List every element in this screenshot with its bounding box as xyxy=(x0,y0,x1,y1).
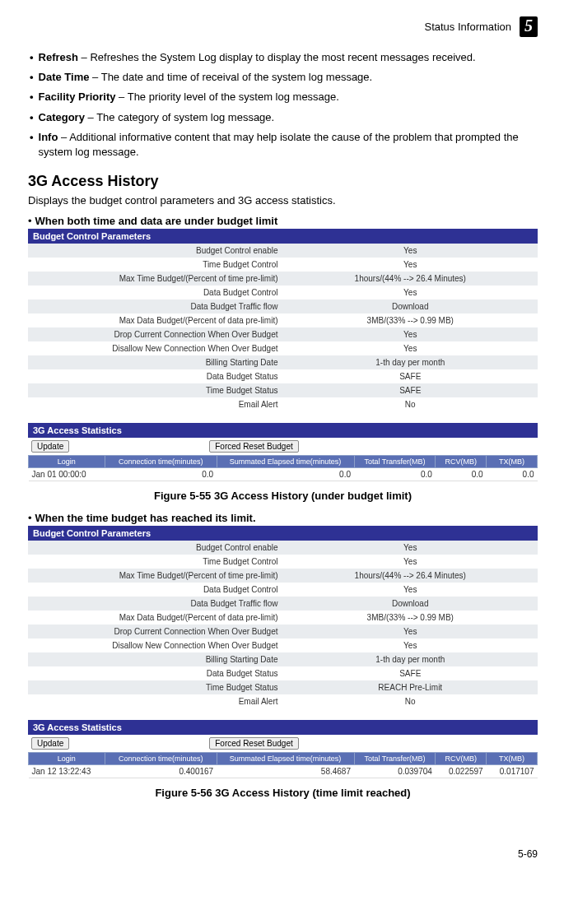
param-value: Yes xyxy=(283,541,538,555)
budget-panel-title: Budget Control Parameters xyxy=(28,229,538,244)
stats-cell: Jan 01 00:00:0 xyxy=(29,468,105,481)
stats-panel-title: 3G Access Statistics xyxy=(28,423,538,438)
section-heading: 3G Access History xyxy=(28,173,538,190)
param-value: Download xyxy=(283,597,538,611)
param-label: Max Data Budget/(Percent of data pre-lim… xyxy=(28,611,283,625)
stats-cell: 0.0 xyxy=(354,468,436,481)
param-label: Email Alert xyxy=(28,694,283,708)
stats-col-header: Summated Elapsed time(minutes) xyxy=(217,456,354,468)
stats-cell: 0.0 xyxy=(217,468,354,481)
page-number: 5-69 xyxy=(28,848,538,860)
definition-text: Facility Priority – The priority level o… xyxy=(39,90,339,104)
stats-table: LoginConnection time(minutes)Summated El… xyxy=(28,752,538,778)
param-value: Yes xyxy=(283,583,538,597)
param-label: Budget Control enable xyxy=(28,541,283,555)
param-label: Time Budget Status xyxy=(28,383,283,397)
param-label: Billing Starting Date xyxy=(28,652,283,666)
stats-cell: 0.039704 xyxy=(354,765,436,778)
param-label: Email Alert xyxy=(28,397,283,411)
param-label: Drop Current Connection When Over Budget xyxy=(28,327,283,341)
param-row: Time Budget ControlYes xyxy=(28,555,538,569)
param-row: Time Budget StatusREACH Pre-Limit xyxy=(28,680,538,694)
bullet-icon: • xyxy=(30,90,34,104)
scenario2-screenshot: Budget Control Parameters Budget Control… xyxy=(28,526,538,778)
stats-col-header: TX(MB) xyxy=(487,753,538,765)
definition-item: • Facility Priority – The priority level… xyxy=(28,90,538,104)
figure-caption-56: Figure 5-56 3G Access History (time limi… xyxy=(28,787,538,799)
param-label: Disallow New Connection When Over Budget xyxy=(28,341,283,355)
param-label: Billing Starting Date xyxy=(28,355,283,369)
param-label: Data Budget Status xyxy=(28,666,283,680)
stats-col-header: RCV(MB) xyxy=(436,456,487,468)
stats-col-header: Login xyxy=(29,456,105,468)
param-value: 1-th day per month xyxy=(283,355,538,369)
param-row: Max Data Budget/(Percent of data pre-lim… xyxy=(28,611,538,625)
param-row: Email AlertNo xyxy=(28,694,538,708)
budget-params-table: Budget Control enableYesTime Budget Cont… xyxy=(28,244,538,411)
param-value: No xyxy=(283,694,538,708)
stats-panel-title: 3G Access Statistics xyxy=(28,720,538,735)
param-label: Data Budget Traffic flow xyxy=(28,597,283,611)
param-label: Max Time Budget/(Percent of time pre-lim… xyxy=(28,569,283,583)
param-value: Yes xyxy=(283,327,538,341)
param-value: 3MB/(33% --> 0.99 MB) xyxy=(283,313,538,327)
param-label: Time Budget Control xyxy=(28,555,283,569)
bullet-icon: • xyxy=(30,130,34,160)
definition-item: • Date Time – The date and time of recei… xyxy=(28,70,538,85)
definition-item: • Info – Additional informative content … xyxy=(28,130,538,160)
stats-col-header: Total Transfer(MB) xyxy=(354,456,436,468)
param-label: Disallow New Connection When Over Budget xyxy=(28,638,283,652)
param-row: Drop Current Connection When Over Budget… xyxy=(28,327,538,341)
param-value: No xyxy=(283,397,538,411)
param-value: SAFE xyxy=(283,369,538,383)
definition-text: Refresh – Refreshes the System Log displ… xyxy=(39,50,476,65)
param-row: Budget Control enableYes xyxy=(28,541,538,555)
header-section: Status Information xyxy=(425,21,512,33)
stats-col-header: Login xyxy=(29,753,105,765)
param-value: Yes xyxy=(283,286,538,299)
param-row: Data Budget StatusSAFE xyxy=(28,369,538,383)
update-button[interactable]: Update xyxy=(31,440,69,453)
param-row: Disallow New Connection When Over Budget… xyxy=(28,638,538,652)
scenario2-label: •When the time budget has reached its li… xyxy=(28,512,538,524)
param-row: Billing Starting Date1-th day per month xyxy=(28,652,538,666)
stats-button-row: Update Forced Reset Budget xyxy=(28,438,538,455)
param-value: Yes xyxy=(283,638,538,652)
param-label: Data Budget Traffic flow xyxy=(28,299,283,313)
param-row: Drop Current Connection When Over Budget… xyxy=(28,625,538,638)
stats-col-header: Summated Elapsed time(minutes) xyxy=(217,753,354,765)
param-value: Yes xyxy=(283,244,538,258)
definition-text: Info – Additional informative content th… xyxy=(39,130,538,160)
bullet-icon: • xyxy=(30,50,34,65)
param-row: Max Time Budget/(Percent of time pre-lim… xyxy=(28,272,538,286)
param-label: Max Time Budget/(Percent of time pre-lim… xyxy=(28,272,283,286)
forced-reset-button[interactable]: Forced Reset Budget xyxy=(209,737,299,750)
stats-cell: 0.0 xyxy=(436,468,487,481)
param-label: Max Data Budget/(Percent of data pre-lim… xyxy=(28,313,283,327)
definition-text: Category – The category of system log me… xyxy=(39,110,275,125)
forced-reset-button[interactable]: Forced Reset Budget xyxy=(209,440,299,453)
chapter-tab: 5 xyxy=(520,16,538,37)
stats-col-header: Connection time(minutes) xyxy=(105,456,217,468)
param-value: 3MB/(33% --> 0.99 MB) xyxy=(283,611,538,625)
param-row: Billing Starting Date1-th day per month xyxy=(28,355,538,369)
param-row: Data Budget Traffic flowDownload xyxy=(28,597,538,611)
stats-col-header: RCV(MB) xyxy=(436,753,487,765)
param-label: Budget Control enable xyxy=(28,244,283,258)
param-label: Drop Current Connection When Over Budget xyxy=(28,625,283,638)
param-label: Data Budget Control xyxy=(28,286,283,299)
param-value: Yes xyxy=(283,625,538,638)
definition-item: • Category – The category of system log … xyxy=(28,110,538,125)
scenario1-label: •When both time and data are under budge… xyxy=(28,215,538,227)
budget-panel-title: Budget Control Parameters xyxy=(28,526,538,541)
stats-cell: 0.400167 xyxy=(105,765,217,778)
definition-text: Date Time – The date and time of receiva… xyxy=(39,70,373,85)
definitions-list: • Refresh – Refreshes the System Log dis… xyxy=(28,50,538,160)
param-row: Budget Control enableYes xyxy=(28,244,538,258)
param-value: 1hours/(44% --> 26.4 Minutes) xyxy=(283,272,538,286)
stats-cell: 58.4687 xyxy=(217,765,354,778)
scenario1-screenshot: Budget Control Parameters Budget Control… xyxy=(28,229,538,481)
section-intro: Displays the budget control parameters a… xyxy=(28,193,538,208)
bullet-icon: • xyxy=(30,70,34,85)
update-button[interactable]: Update xyxy=(31,737,69,750)
